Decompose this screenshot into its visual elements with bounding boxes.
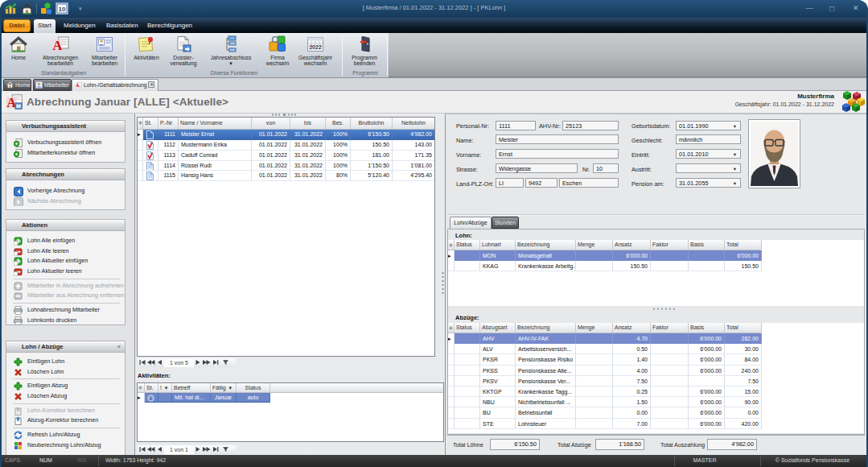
svg-text:i: i	[150, 395, 152, 400]
svg-text:10: 10	[59, 6, 66, 13]
svg-text:A: A	[76, 82, 80, 88]
svg-text:2022: 2022	[309, 44, 322, 50]
svg-text:A: A	[52, 38, 63, 53]
